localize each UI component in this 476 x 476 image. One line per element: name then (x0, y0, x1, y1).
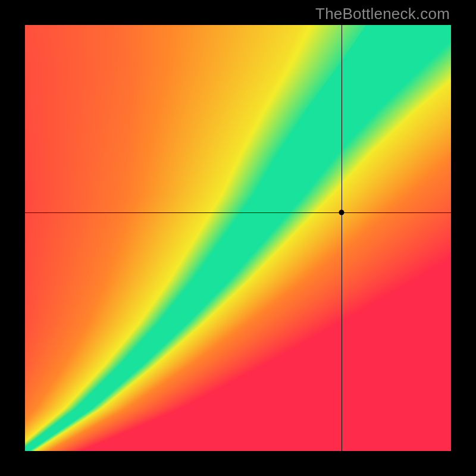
bottleneck-heatmap (25, 25, 451, 451)
watermark-text: TheBottleneck.com (315, 5, 450, 23)
